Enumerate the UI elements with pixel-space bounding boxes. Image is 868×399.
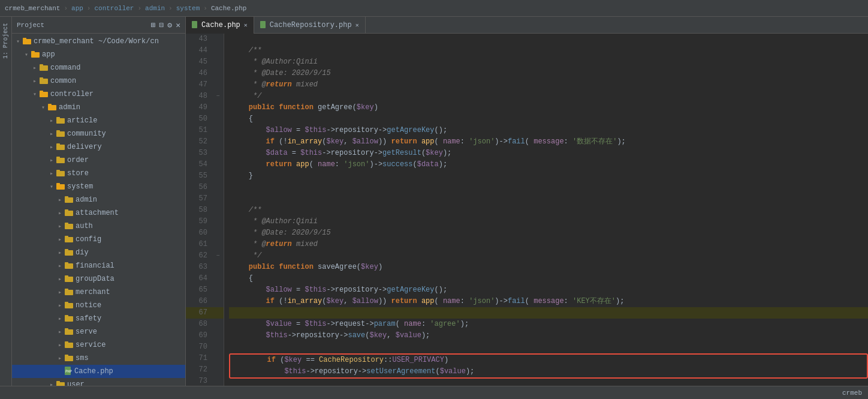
svg-rect-13 <box>56 117 60 119</box>
code-line-50: { <box>229 113 868 125</box>
expand-all-icon[interactable]: ⊞ <box>151 20 156 30</box>
svg-rect-7 <box>40 77 43 79</box>
tree-item-serve[interactable]: ▸serve <box>12 325 185 338</box>
tree-item-controller[interactable]: ▾controller <box>12 88 185 101</box>
settings-icon[interactable]: ⚙ <box>167 20 172 30</box>
line-number-53: 53 <box>186 148 212 159</box>
code-content: /** * @Author:Qinii * @Date: 2020/9/15 *… <box>224 34 868 386</box>
code-editor[interactable]: 4344454647484950515253545556575859606162… <box>186 34 868 386</box>
tree-item-admin[interactable]: ▾admin <box>12 101 185 114</box>
code-line-43 <box>229 34 868 45</box>
tree-label: safety <box>76 314 101 323</box>
gutter-58 <box>212 205 224 216</box>
line-number-45: 45 <box>186 56 212 68</box>
code-line-54: return app( name: 'json')->success($data… <box>229 159 868 170</box>
line-number-44: 44 <box>186 45 212 56</box>
tree-item-Cache.php[interactable]: PHPCache.php <box>12 365 185 378</box>
tree-arrow-icon: ▾ <box>14 38 22 45</box>
tree-label: controller <box>50 90 94 98</box>
tree-item-common[interactable]: ▸common <box>12 74 185 88</box>
tree-item-financial[interactable]: ▸financial <box>12 259 185 272</box>
tab-close-icon[interactable]: ✕ <box>355 22 359 29</box>
tab-CacheRepository-php[interactable]: CacheRepository.php✕ <box>254 17 366 34</box>
tree-item-order[interactable]: ▸order <box>12 154 185 167</box>
vertical-tab-strip: 1: Project <box>0 17 12 386</box>
svg-rect-40 <box>65 303 73 308</box>
tree-item-groupData[interactable]: ▸groupData <box>12 272 185 286</box>
tree-arrow-icon: ▸ <box>56 223 64 230</box>
gutter-52 <box>212 136 224 148</box>
tab-close-icon[interactable]: ✕ <box>244 22 248 29</box>
fold-arrow-icon[interactable]: − <box>216 250 219 262</box>
svg-rect-49 <box>65 355 68 356</box>
svg-rect-38 <box>65 290 73 295</box>
line-number-58: 58 <box>186 205 212 216</box>
svg-rect-48 <box>65 356 73 361</box>
code-line-53: $data = $this->repository->getResult($ke… <box>229 148 868 159</box>
svg-rect-15 <box>56 130 60 132</box>
tree-item-service[interactable]: ▸service <box>12 338 185 352</box>
tab-Cache-php[interactable]: Cache.php✕ <box>186 17 254 34</box>
tree-item-crmeb_merchant[interactable]: ▾crmeb_merchant ~/Code/Work/cn <box>12 35 185 48</box>
collapse-all-icon[interactable]: ⊟ <box>159 20 164 30</box>
tree-item-admin2[interactable]: ▸admin <box>12 193 185 206</box>
tree-item-notice[interactable]: ▸notice <box>12 299 185 312</box>
tree-item-system[interactable]: ▾system <box>12 180 185 193</box>
tree-label: admin <box>76 196 97 204</box>
tree-item-community[interactable]: ▸community <box>12 127 185 140</box>
svg-rect-5 <box>40 64 43 66</box>
breadcrumb-root: crmeb_merchant <box>5 5 60 12</box>
tree-item-command[interactable]: ▸command <box>12 61 185 74</box>
sidebar-header: Project ⊞ ⊟ ⚙ ✕ <box>12 17 185 34</box>
tree-item-sms[interactable]: ▸sms <box>12 352 185 365</box>
tree-item-app[interactable]: ▾app <box>12 48 185 61</box>
gutter-51 <box>212 125 224 136</box>
tree-label: user <box>67 380 85 386</box>
folder-icon <box>56 182 65 191</box>
tree-label: serve <box>76 328 97 336</box>
line-number-59: 59 <box>186 216 212 227</box>
gutter-72 <box>212 364 224 376</box>
tree-item-config[interactable]: ▸config <box>12 233 185 246</box>
gutter-70 <box>212 341 224 353</box>
tree-item-delivery[interactable]: ▸delivery <box>12 140 185 154</box>
project-tab[interactable]: 1: Project <box>1 19 10 62</box>
tree-item-user[interactable]: ▸user <box>12 378 185 386</box>
gutter-64 <box>212 273 224 284</box>
line-number-71: 71 <box>186 353 212 364</box>
close-sidebar-icon[interactable]: ✕ <box>176 20 180 30</box>
folder-icon <box>56 156 65 165</box>
tree-arrow-icon: ▸ <box>48 170 55 177</box>
code-line-47: * @return mixed <box>229 79 868 91</box>
fold-arrow-icon[interactable]: − <box>216 91 219 102</box>
line-numbers: 4344454647484950515253545556575859606162… <box>186 34 212 386</box>
tree-item-attachment[interactable]: ▸attachment <box>12 206 185 220</box>
tree-label: order <box>67 156 89 164</box>
line-number-63: 63 <box>186 262 212 273</box>
tree-item-auth[interactable]: ▸auth <box>12 220 185 233</box>
svg-rect-29 <box>65 223 68 224</box>
svg-rect-3 <box>31 51 35 53</box>
tree-arrow-icon: ▸ <box>56 328 64 335</box>
tabs-bar: Cache.php✕CacheRepository.php✕ <box>186 17 868 34</box>
svg-rect-46 <box>65 343 73 348</box>
tree-arrow-icon: ▸ <box>56 249 64 256</box>
tree-item-article[interactable]: ▸article <box>12 114 185 127</box>
code-line-68: $value = $this->request->param( name: 'a… <box>229 319 868 330</box>
tree-arrow-icon: ▸ <box>56 209 64 217</box>
tree-arrow-icon: ▸ <box>56 302 64 309</box>
svg-rect-39 <box>65 289 68 290</box>
tree-item-diy[interactable]: ▸diy <box>12 246 185 259</box>
folder-icon <box>48 103 56 112</box>
folder-icon <box>65 275 73 284</box>
svg-rect-22 <box>56 184 65 190</box>
tree-item-store[interactable]: ▸store <box>12 167 185 180</box>
status-bar: crmeb <box>0 386 868 399</box>
tree-item-merchant[interactable]: ▸merchant <box>12 286 185 299</box>
folder-icon <box>56 143 65 152</box>
tree-item-safety[interactable]: ▸safety <box>12 312 185 325</box>
tab-file-icon <box>192 21 198 30</box>
code-line-59: * @Author:Qinii <box>229 216 868 227</box>
gutter-68 <box>212 319 224 330</box>
folder-icon <box>31 50 40 59</box>
